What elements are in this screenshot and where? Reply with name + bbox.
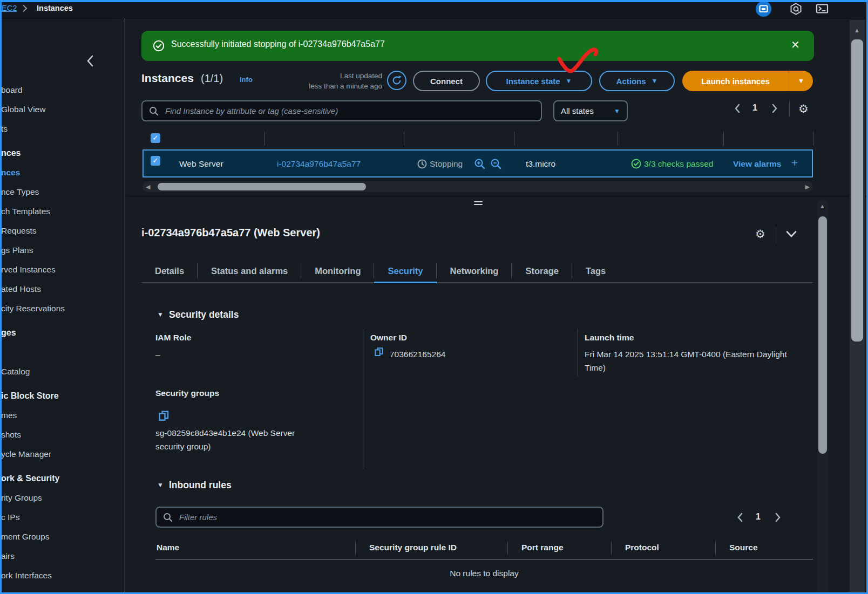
breadcrumb-ec2-link[interactable]: EC2: [2, 4, 17, 12]
cell-instance-type: t3.micro: [526, 156, 555, 172]
sidebar-item-instance-types[interactable]: nce Types: [0, 182, 97, 202]
sidebar-item-lifecycle-manager[interactable]: ycle Manager: [0, 445, 97, 464]
sidebar-item-dashboard[interactable]: board: [0, 80, 97, 100]
cell-instance-id-link[interactable]: i-02734a976b47a5a77: [277, 156, 361, 172]
filter-include-state-icon[interactable]: [474, 158, 486, 170]
window-scrollbar[interactable]: ▲: [850, 20, 865, 592]
tab-storage[interactable]: Storage: [512, 260, 572, 282]
filter-exclude-state-icon[interactable]: [490, 158, 502, 170]
column-separator[interactable]: [265, 132, 265, 146]
cell-instance-state: Stopping: [430, 156, 463, 172]
sidebar-item-spot-requests[interactable]: Requests: [0, 221, 97, 241]
pagination-next-icon[interactable]: [771, 103, 778, 114]
terminal-icon[interactable]: [816, 3, 829, 15]
sidebar-item-reserved-instances[interactable]: rved Instances: [0, 260, 97, 279]
panel-preferences-gear-icon[interactable]: ⚙: [755, 228, 765, 241]
column-separator[interactable]: [507, 542, 508, 555]
hscroll-left-icon[interactable]: ◀: [146, 184, 150, 190]
cloudshell-icon[interactable]: [790, 3, 802, 15]
sidebar-item-events[interactable]: ts: [0, 119, 97, 139]
panel-scrollbar-thumb[interactable]: [818, 216, 827, 454]
column-separator[interactable]: [618, 132, 618, 146]
dismiss-flashbar-icon[interactable]: ✕: [791, 38, 800, 51]
sidebar-heading-network-security: ork & Security: [0, 469, 97, 488]
column-separator[interactable]: [611, 542, 612, 555]
actions-button[interactable]: Actions ▼: [599, 71, 675, 91]
pagination-prev-icon[interactable]: [734, 103, 741, 114]
column-separator[interactable]: [514, 132, 514, 146]
sidebar-collapse-icon[interactable]: [86, 54, 94, 67]
sidebar-item-volumes[interactable]: mes: [0, 406, 97, 425]
sidebar-item-key-pairs[interactable]: airs: [0, 547, 97, 566]
row-checkbox[interactable]: ✓: [151, 156, 160, 166]
copy-icon[interactable]: [158, 410, 169, 421]
sidebar-item-network-interfaces[interactable]: ork Interfaces: [0, 566, 97, 585]
tab-monitoring[interactable]: Monitoring: [301, 260, 374, 282]
sidebar-item-elastic-ips[interactable]: c IPs: [0, 508, 97, 527]
inbound-column-sg-rule-id[interactable]: Security group rule ID: [369, 538, 457, 557]
launch-options-chevron-icon[interactable]: ▼: [789, 78, 813, 84]
launch-instances-split-button: Launch instances ▼: [682, 71, 813, 91]
sidebar-item-launch-templates[interactable]: ch Templates: [0, 202, 97, 221]
success-check-icon: [153, 40, 165, 52]
column-separator[interactable]: [723, 132, 724, 146]
inbound-column-name[interactable]: Name: [157, 538, 179, 557]
refresh-button[interactable]: [387, 71, 406, 90]
sidebar-items: board Global View ts nces nces nce Types…: [0, 80, 97, 594]
sidebar-item-instances[interactable]: nces: [0, 163, 97, 182]
launch-instances-button[interactable]: Launch instances: [682, 77, 789, 86]
section-expand-caret-icon[interactable]: ▼: [157, 311, 164, 318]
tab-details[interactable]: Details: [141, 260, 198, 282]
sidebar-item-ami-catalog[interactable]: Catalog: [0, 362, 97, 381]
add-alarm-plus-icon[interactable]: +: [791, 155, 798, 170]
tab-status-and-alarms[interactable]: Status and alarms: [198, 260, 301, 282]
breadcrumb-current: Instances: [37, 4, 73, 12]
state-filter-select[interactable]: All states ▼: [553, 100, 628, 121]
instance-search[interactable]: [141, 100, 542, 121]
instances-hscrollbar[interactable]: ◀ ▶: [143, 181, 813, 192]
inbound-rules-filter[interactable]: [155, 507, 603, 528]
security-group-link[interactable]: sg-08259c8d43e4b1e24 (Web Server securit…: [155, 426, 323, 453]
sidebar-item-dedicated-hosts[interactable]: ated Hosts: [0, 279, 97, 299]
copy-icon[interactable]: [374, 347, 384, 357]
select-all-checkbox[interactable]: ✓: [151, 133, 160, 143]
inbound-column-source[interactable]: Source: [729, 538, 758, 557]
screen-share-indicator-icon[interactable]: [755, 1, 772, 17]
sidebar-item-global-view[interactable]: Global View: [0, 100, 97, 119]
view-alarms-link[interactable]: View alarms: [733, 156, 781, 172]
pagination-current-page[interactable]: 1: [752, 103, 757, 113]
tab-security[interactable]: Security: [374, 260, 436, 282]
inbound-column-port-range[interactable]: Port range: [521, 538, 564, 557]
tab-networking[interactable]: Networking: [437, 260, 512, 282]
tab-tags[interactable]: Tags: [572, 260, 619, 282]
section-expand-caret-icon[interactable]: ▼: [157, 481, 164, 489]
panel-scrollbar[interactable]: ▲: [817, 199, 828, 594]
sidebar-item-savings-plans[interactable]: gs Plans: [0, 241, 97, 260]
column-separator[interactable]: [355, 542, 356, 555]
sidebar-item-capacity-reservations[interactable]: city Reservations: [0, 299, 97, 318]
sidebar-item-amis[interactable]: [0, 343, 97, 362]
column-separator[interactable]: [715, 542, 716, 555]
instances-hscrollbar-thumb[interactable]: [158, 183, 366, 190]
column-separator[interactable]: [813, 132, 813, 146]
inbound-column-protocol[interactable]: Protocol: [625, 538, 659, 557]
inbound-pagination-next-icon[interactable]: [775, 512, 782, 523]
sidebar-item-placement-groups[interactable]: ment Groups: [0, 527, 97, 547]
panel-drag-handle[interactable]: [473, 200, 484, 207]
sidebar-item-security-groups[interactable]: rity Groups: [0, 488, 97, 508]
panel-collapse-chevron-icon[interactable]: [785, 230, 797, 238]
connect-button[interactable]: Connect: [413, 71, 480, 91]
hscroll-right-icon[interactable]: ▶: [805, 184, 810, 190]
window-scrollbar-thumb[interactable]: [851, 39, 863, 342]
search-input[interactable]: [164, 106, 534, 116]
info-link[interactable]: Info: [240, 76, 253, 84]
inbound-filter-input[interactable]: [178, 512, 596, 522]
chevron-down-icon: ▼: [652, 78, 658, 84]
panel-scrollbar-up-icon[interactable]: ▲: [819, 203, 825, 209]
column-separator[interactable]: [404, 132, 404, 146]
inbound-pagination-current-page[interactable]: 1: [756, 512, 761, 522]
sidebar-item-snapshots[interactable]: shots: [0, 425, 97, 445]
window-scrollbar-up-icon[interactable]: ▲: [854, 28, 860, 33]
inbound-pagination-prev-icon[interactable]: [736, 512, 743, 523]
table-preferences-gear-icon[interactable]: ⚙: [798, 103, 809, 115]
